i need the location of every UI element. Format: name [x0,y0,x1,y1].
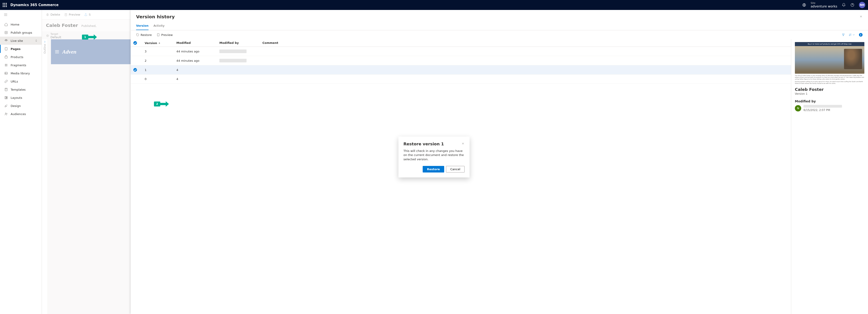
dialog-title: Restore version 1 [403,141,444,146]
arrow-icon [160,101,169,107]
dialog-body: This will check in any changes you have … [403,149,465,162]
callout-2: 2 [154,101,169,107]
dialog-restore-button[interactable]: Restore [423,166,444,173]
callout-1: 1 [82,34,97,40]
arrow-icon [88,34,97,40]
callout-badge: 2 [154,102,160,106]
close-icon [461,142,465,145]
restore-dialog: Restore version 1 This will check in any… [399,137,469,177]
callout-badge: 1 [82,35,88,40]
dialog-cancel-button[interactable]: Cancel [446,166,465,173]
dialog-close-button[interactable] [461,142,465,146]
modal-backdrop: Restore version 1 This will check in any… [0,0,868,314]
